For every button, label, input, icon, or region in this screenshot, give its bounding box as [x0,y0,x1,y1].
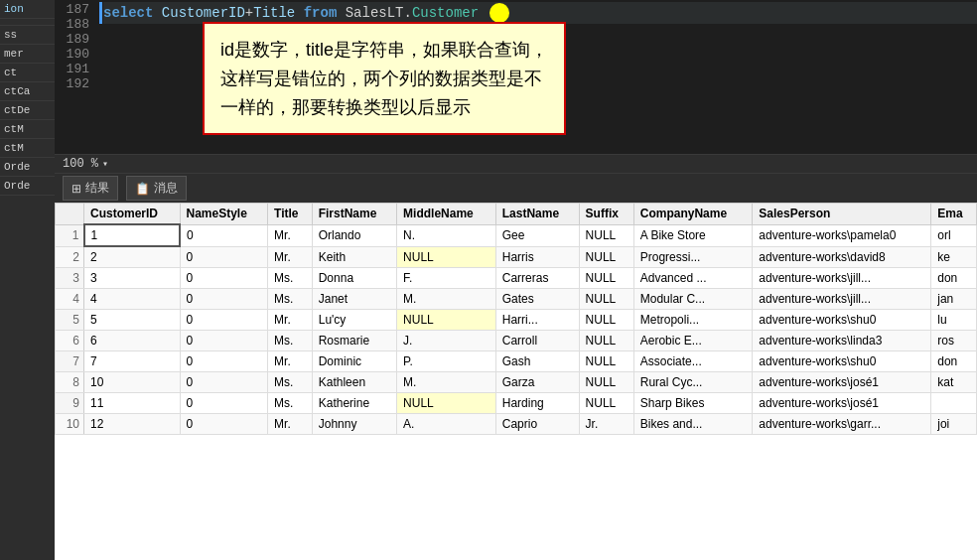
nav-item-ctm1[interactable]: ctM [0,120,55,139]
keyword-select: select [103,5,153,21]
cell-title: Mr. [268,224,313,246]
table-row: 220Mr.KeithNULLHarrisNULLProgressi...adv… [56,246,977,268]
cell-namestyle: 0 [180,224,268,246]
cell-middlename: NULL [397,310,496,331]
code-editor[interactable]: 187 188 189 190 191 192 select CustomerI… [55,0,977,154]
cell-companyname: Metropoli... [633,310,753,331]
annotation-text: id是数字，title是字符串，如果联合查询，这样写是错位的，两个列的数据类型是… [220,36,548,121]
cell-title: Mr. [268,414,313,435]
cell-middlename: J. [397,331,496,351]
results-table: CustomerID NameStyle Title FirstName Mid… [55,203,977,435]
sql-line-187[interactable]: select CustomerID+Title from SalesLT.Cus… [103,2,977,24]
cell-lastname: Harris [495,246,579,268]
cell-salesperson: adventure-works\linda3 [753,331,931,351]
cell-salesperson: adventure-works\david8 [753,246,931,268]
zoom-arrow-icon[interactable]: ▾ [102,158,108,170]
cell-title: Ms. [268,393,313,414]
line-number-192: 192 [55,76,99,91]
cell-namestyle: 0 [180,246,268,268]
cell-namestyle: 0 [180,310,268,331]
cell-namestyle: 0 [180,393,268,414]
cell-title: Ms. [268,289,313,310]
cell-salesperson: adventure-works\jill... [753,289,931,310]
cell-firstname: Katherine [312,393,396,414]
cell-suffix: NULL [579,224,633,246]
cell-email: ros [931,331,977,351]
cell-namestyle: 0 [180,351,268,372]
cell-firstname: Donna [312,268,396,289]
zoom-bar: 100 % ▾ [55,154,977,174]
tab-messages[interactable]: 📋 消息 [126,176,187,201]
nav-item-ion[interactable]: ion [0,0,55,19]
nav-item-ctm2[interactable]: ctM [0,139,55,158]
nav-item-ct[interactable]: ct [0,64,55,82]
cell-title: Mr. [268,310,313,331]
row-number: 1 [56,224,84,246]
annotation-box: id是数字，title是字符串，如果联合查询，这样写是错位的，两个列的数据类型是… [203,22,566,135]
table-header-row: CustomerID NameStyle Title FirstName Mid… [56,204,977,225]
cell-firstname: Lu'cy [312,310,396,331]
dot-separator: . [404,5,412,21]
cell-salesperson: adventure-works\josé1 [753,372,931,393]
cell-email: orl [931,224,977,246]
nav-item-orde2[interactable]: Orde [0,177,55,196]
cell-suffix: NULL [579,310,633,331]
cell-lastname: Harri... [495,310,579,331]
col-header-lastname: LastName [495,204,579,225]
nav-item-ctde[interactable]: ctDe [0,101,55,120]
cell-namestyle: 0 [180,414,268,435]
col-title: Title [253,5,295,21]
cell-suffix: NULL [579,289,633,310]
col-header-email: Ema [931,204,977,225]
cell-middlename: F. [397,268,496,289]
cell-title: Mr. [268,246,313,268]
col-header-companyname: CompanyName [633,204,753,225]
cell-lastname: Harding [495,393,579,414]
table-row: 770Mr.DominicP.GashNULLAssociate...adven… [56,351,977,372]
cell-customerid: 7 [84,351,181,372]
op-plus: + [245,5,253,21]
cell-email: ke [931,246,977,268]
results-area[interactable]: CustomerID NameStyle Title FirstName Mid… [55,203,977,560]
nav-item-orde1[interactable]: Orde [0,158,55,177]
col-header-middlename: MiddleName [397,204,496,225]
cell-email: joi [931,414,977,435]
cell-firstname: Janet [312,289,396,310]
cell-customerid: 12 [84,414,181,435]
cell-customerid: 5 [84,310,181,331]
table-row: 110Mr.OrlandoN.GeeNULLA Bike Storeadvent… [56,224,977,246]
cell-email: jan [931,289,977,310]
cell-firstname: Orlando [312,224,396,246]
col-header-title: Title [268,204,313,225]
row-number: 2 [56,246,84,268]
cell-firstname: Johnny [312,414,396,435]
row-number: 3 [56,268,84,289]
line-number-191: 191 [55,62,99,76]
line-number-189: 189 [55,32,99,47]
cell-customerid: 6 [84,331,181,351]
col-header-suffix: Suffix [579,204,633,225]
line-number-188: 188 [55,17,99,32]
results-icon: ⊞ [71,182,81,196]
row-number: 7 [56,351,84,372]
schema-saleslt: SalesLT [346,5,404,21]
cell-middlename: P. [397,351,496,372]
nav-item-ss[interactable]: ss [0,26,55,45]
col-header-customerid: CustomerID [84,204,181,225]
nav-item-blank1 [0,19,55,26]
nav-item-mer[interactable]: mer [0,45,55,64]
messages-icon: 📋 [135,182,150,196]
col-header-empty [56,204,84,225]
row-number: 5 [56,310,84,331]
row-number: 8 [56,372,84,393]
cursor-indicator [489,3,509,23]
nav-item-ctca[interactable]: ctCa [0,82,55,101]
cell-namestyle: 0 [180,268,268,289]
cell-middlename: N. [397,224,496,246]
col-header-firstname: FirstName [312,204,396,225]
cell-companyname: Advanced ... [633,268,753,289]
cell-suffix: NULL [579,372,633,393]
cell-namestyle: 0 [180,372,268,393]
cell-suffix: NULL [579,268,633,289]
tab-results[interactable]: ⊞ 结果 [63,176,118,201]
